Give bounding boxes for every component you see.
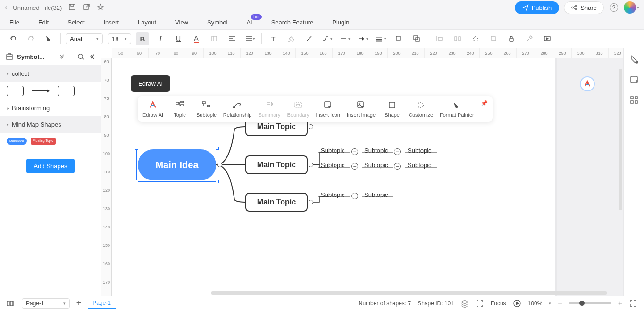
fill-color-icon[interactable]: [284, 32, 298, 45]
fill-theme-icon[interactable]: [629, 55, 639, 65]
node-port-topic-2[interactable]: [309, 163, 313, 167]
float-format-painter[interactable]: Format Painter: [440, 100, 474, 118]
connector-icon[interactable]: ▾: [320, 32, 334, 45]
crop-icon[interactable]: [487, 32, 500, 45]
play-icon[interactable]: [513, 299, 521, 308]
shadow-icon[interactable]: [392, 32, 405, 45]
node-port-main-idea[interactable]: [217, 163, 222, 167]
library-icon[interactable]: [6, 53, 13, 60]
collapse-icon[interactable]: −: [351, 148, 358, 155]
vertical-scrollbar[interactable]: [619, 69, 622, 210]
sidebar-group-brainstorming[interactable]: ▾Brainstorming: [0, 100, 101, 116]
menu-select[interactable]: Select: [67, 19, 84, 26]
menu-file[interactable]: File: [9, 19, 19, 26]
menu-ai[interactable]: AIhot: [246, 19, 252, 26]
subtopic-2-1[interactable]: Subtopic: [321, 147, 345, 154]
menu-view[interactable]: View: [175, 19, 188, 26]
collapse-icon[interactable]: −: [394, 163, 401, 170]
publish-button[interactable]: Publish: [515, 1, 560, 14]
menu-edit[interactable]: Edit: [38, 19, 49, 26]
float-insert-image[interactable]: Insert Image: [347, 100, 376, 118]
subtopic-2-2[interactable]: Subtopic: [364, 147, 388, 154]
subtopic-2b-1[interactable]: Subtopic: [321, 162, 345, 169]
filename[interactable]: Unnamed File(32): [13, 4, 62, 11]
line-weight-icon[interactable]: ▾: [374, 32, 387, 45]
collapse-icon[interactable]: −: [351, 193, 358, 199]
layers-icon[interactable]: [410, 32, 423, 45]
arrow-start-icon[interactable]: ▾: [356, 32, 369, 45]
text-tool-icon[interactable]: T: [267, 32, 280, 45]
line-style-icon[interactable]: ▾: [338, 32, 351, 45]
zoom-in-icon[interactable]: +: [618, 299, 622, 308]
sidebar-group-collect[interactable]: ▾collect: [0, 65, 101, 82]
distribute-icon[interactable]: [451, 32, 464, 45]
page-selector[interactable]: Page-1▾: [22, 298, 70, 309]
layers-status-icon[interactable]: [460, 299, 469, 308]
menu-plugin[interactable]: Plugin: [332, 19, 349, 26]
expand-icon[interactable]: [59, 53, 65, 60]
avatar-dropdown-icon[interactable]: ▾: [637, 5, 639, 10]
shape-floating-topic[interactable]: Floating Topic: [31, 138, 56, 145]
undo-icon[interactable]: [7, 32, 20, 45]
collapse-sidebar-icon[interactable]: [88, 53, 95, 60]
help-icon[interactable]: ?: [610, 3, 618, 12]
back-icon[interactable]: ‹: [5, 3, 7, 12]
shape-main-idea[interactable]: Main Idea: [7, 138, 27, 145]
float-subtopic[interactable]: Subtopic: [196, 100, 217, 118]
subtopic-3-1[interactable]: Subtopic: [321, 191, 345, 198]
redo-icon[interactable]: [25, 32, 38, 45]
zoom-dropdown-icon[interactable]: ▾: [549, 301, 551, 306]
search-icon[interactable]: [77, 53, 84, 60]
shape-rectangle[interactable]: [7, 86, 24, 96]
collapse-icon[interactable]: −: [351, 163, 358, 170]
export-icon[interactable]: [83, 3, 90, 12]
highlight-icon[interactable]: [208, 32, 221, 45]
align-vertical-icon[interactable]: ▾: [243, 32, 257, 45]
avatar[interactable]: [624, 1, 636, 14]
line-color-icon[interactable]: [302, 32, 316, 45]
save-icon[interactable]: [68, 3, 76, 12]
format-painter-icon[interactable]: [42, 32, 56, 45]
share-button[interactable]: Share: [564, 1, 604, 14]
sidebar-group-mindmap[interactable]: ▾Mind Map Shapes: [0, 116, 101, 133]
resize-handle-tl[interactable]: [135, 147, 138, 150]
horizontal-scrollbar[interactable]: [211, 291, 607, 295]
focus-icon[interactable]: [476, 299, 484, 308]
italic-icon[interactable]: I: [154, 32, 167, 45]
subtopic-2b-3[interactable]: Subtopic: [408, 162, 432, 169]
zoom-out-icon[interactable]: −: [558, 299, 562, 308]
zoom-value[interactable]: 100%: [528, 300, 543, 307]
float-insert-icon[interactable]: Insert Icon: [316, 100, 340, 118]
star-icon[interactable]: [97, 3, 104, 12]
pages-panel-icon[interactable]: [7, 300, 15, 307]
pin-icon[interactable]: 📌: [481, 100, 488, 106]
float-relationship[interactable]: Relationship: [223, 100, 252, 118]
fullscreen-icon[interactable]: [629, 299, 637, 308]
effects-icon[interactable]: [469, 32, 482, 45]
canvas[interactable]: Edraw AI Edraw AI Topic Subtopic Relatio…: [112, 58, 623, 296]
node-main-topic-2[interactable]: Main Topic: [245, 155, 308, 174]
canvas-area[interactable]: 5060708090100110120130140150160170180190…: [101, 48, 623, 296]
add-page-icon[interactable]: +: [76, 298, 82, 308]
float-shape[interactable]: Shape: [382, 100, 402, 118]
subtopic-3-2[interactable]: Subtopic: [364, 191, 388, 198]
add-shapes-button[interactable]: Add Shapes: [26, 159, 75, 173]
node-main-topic-3[interactable]: Main Topic: [245, 193, 308, 212]
subtopic-2-3[interactable]: Subtopic: [408, 147, 432, 154]
zoom-slider[interactable]: [569, 302, 611, 304]
collapse-icon[interactable]: −: [394, 148, 401, 155]
presentation-icon[interactable]: [541, 32, 554, 45]
grid-panel-icon[interactable]: [629, 95, 639, 106]
node-main-idea[interactable]: Main Idea: [138, 149, 216, 180]
node-port-topic-3[interactable]: [309, 200, 313, 204]
node-port-topic-1[interactable]: [309, 124, 313, 129]
focus-label[interactable]: Focus: [491, 300, 506, 307]
menu-search-feature[interactable]: Search Feature: [271, 19, 314, 26]
menu-symbol[interactable]: Symbol: [207, 19, 227, 26]
ai-badge-icon[interactable]: [580, 76, 595, 91]
lock-icon[interactable]: [505, 32, 518, 45]
shape-rectangle-2[interactable]: [58, 86, 75, 96]
font-size-select[interactable]: 18▾: [108, 33, 131, 44]
ai-panel-icon[interactable]: [629, 75, 639, 86]
underline-icon[interactable]: U: [172, 32, 185, 45]
